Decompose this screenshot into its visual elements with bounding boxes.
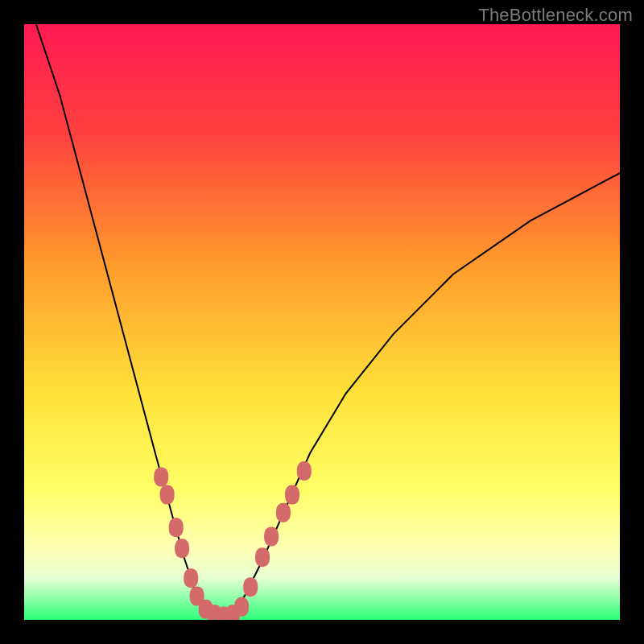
bead-marker (169, 518, 184, 537)
chart-svg (24, 24, 620, 620)
bead-marker (285, 485, 299, 505)
bead-marker (154, 467, 168, 486)
bottleneck-curve (36, 24, 620, 620)
bead-markers (154, 461, 312, 620)
bead-marker (276, 503, 291, 522)
bead-marker (243, 577, 258, 597)
bead-marker (175, 539, 189, 558)
bead-marker (184, 568, 198, 588)
bead-marker (255, 547, 270, 567)
bead-marker (264, 526, 279, 546)
watermark-text: TheBottleneck.com (478, 5, 633, 26)
gradient-plot-area (24, 24, 620, 620)
outer-frame: TheBottleneck.com (0, 0, 644, 644)
bead-marker (160, 485, 175, 505)
bead-marker (234, 597, 249, 617)
bead-marker (297, 461, 312, 481)
